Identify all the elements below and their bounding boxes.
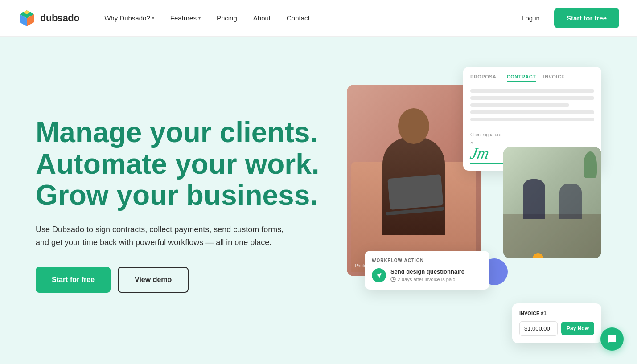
chat-icon [607, 334, 617, 344]
tab-contract[interactable]: CONTRACT [507, 74, 536, 82]
pay-now-button[interactable]: Pay Now [561, 322, 594, 335]
chevron-down-icon: ▾ [198, 16, 201, 20]
hero-start-button[interactable]: Start for free [36, 267, 111, 293]
chevron-down-icon: ▾ [152, 16, 154, 20]
navbar: dubsado Why Dubsado? ▾ Features ▾ Pricin… [0, 0, 637, 37]
invoice-amount-row: $1,000.00 Pay Now [519, 321, 594, 336]
hero-demo-button[interactable]: View demo [118, 267, 189, 293]
workflow-send-icon [372, 268, 386, 282]
hero-left: Manage your clients. Automate your work.… [36, 117, 347, 293]
invoice-title: INVOICE #1 [519, 311, 594, 316]
chat-bubble-button[interactable] [600, 327, 624, 351]
hero-section: Manage your clients. Automate your work.… [0, 37, 637, 364]
workflow-card: WORKFLOW ACTION Send design questionnair… [365, 251, 489, 290]
nav-link-why-dubsado[interactable]: Why Dubsado? ▾ [97, 10, 161, 26]
hero-office-photo [503, 147, 601, 258]
contract-line-1 [470, 89, 594, 93]
nav-links: Why Dubsado? ▾ Features ▾ Pricing About … [97, 10, 514, 26]
workflow-timing: 2 days after invoice is paid [390, 277, 464, 282]
tab-proposal[interactable]: PROPOSAL [470, 74, 500, 82]
invoice-card: INVOICE #1 $1,000.00 Pay Now [512, 303, 601, 343]
logo-link[interactable]: dubsado [18, 9, 79, 27]
workflow-action: Send design questionnaire 2 days after i… [372, 268, 482, 282]
workflow-action-title: Send design questionnaire [390, 268, 464, 275]
nav-link-features[interactable]: Features ▾ [163, 10, 208, 26]
nav-link-contact[interactable]: Contact [279, 10, 317, 26]
start-for-free-button[interactable]: Start for free [554, 8, 619, 28]
signature-text: Jm [469, 145, 490, 161]
invoice-amount: $1,000.00 [519, 321, 558, 336]
contract-tabs: PROPOSAL CONTRACT INVOICE [470, 74, 594, 82]
hero-main-photo: Photo by: Denise Benson Photography [347, 85, 481, 276]
logo-text: dubsado [40, 12, 79, 24]
hero-right: Photo by: Denise Benson Photography PROP… [347, 67, 601, 343]
logo-icon [18, 9, 36, 27]
contract-line-3 [470, 103, 569, 107]
nav-link-pricing[interactable]: Pricing [210, 10, 244, 26]
nav-right: Log in Start for free [514, 8, 619, 28]
workflow-action-details: Send design questionnaire 2 days after i… [390, 268, 464, 282]
nav-link-about[interactable]: About [246, 10, 278, 26]
hero-subtext: Use Dubsado to sign contracts, collect p… [36, 223, 285, 249]
contract-line-4 [470, 110, 594, 114]
contract-line-2 [470, 96, 594, 100]
tab-invoice[interactable]: INVOICE [543, 74, 565, 82]
contract-line-5 [470, 118, 594, 121]
workflow-title: WORKFLOW ACTION [372, 258, 482, 263]
login-button[interactable]: Log in [514, 10, 547, 26]
hero-buttons: Start for free View demo [36, 267, 329, 293]
hero-heading: Manage your clients. Automate your work.… [36, 117, 329, 211]
sig-label: Client signature [470, 132, 594, 137]
